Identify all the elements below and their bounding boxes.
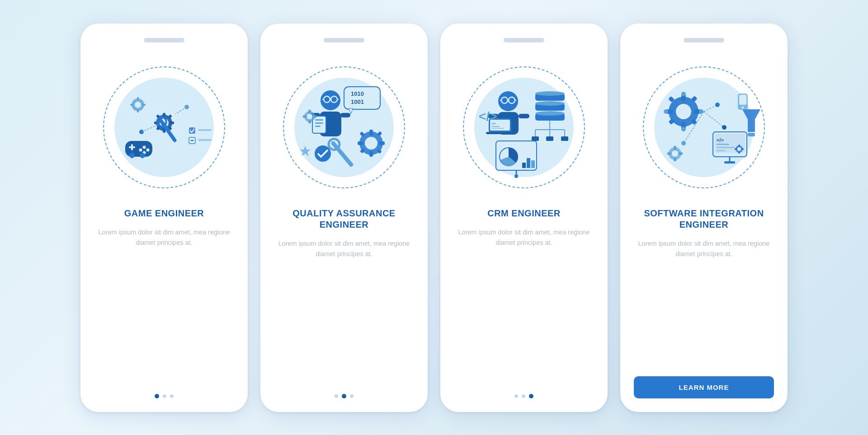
svg-rect-81: [519, 114, 529, 118]
svg-point-136: [737, 147, 741, 151]
svg-rect-149: [674, 157, 676, 161]
svg-rect-31: [198, 139, 212, 141]
svg-point-93: [535, 111, 565, 116]
svg-rect-43: [315, 126, 321, 127]
svg-rect-16: [130, 104, 133, 106]
svg-point-26: [140, 153, 145, 158]
svg-rect-131: [717, 147, 735, 148]
svg-rect-100: [546, 136, 553, 141]
crm-engineer-svg: </>: [465, 69, 583, 186]
phone-card-game-engineer: GAME ENGINEER Lorem ipsum dolor sit dim …: [80, 23, 248, 412]
svg-point-25: [129, 153, 135, 158]
svg-marker-47: [349, 108, 353, 114]
svg-rect-84: [486, 132, 514, 134]
svg-rect-130: [717, 144, 729, 145]
dots-game-engineer: [155, 394, 174, 398]
svg-point-154: [681, 141, 686, 145]
svg-point-24: [139, 148, 142, 151]
svg-marker-141: [742, 109, 760, 132]
svg-rect-86: [491, 126, 500, 127]
cards-container: GAME ENGINEER Lorem ipsum dolor sit dim …: [62, 5, 806, 430]
phone-notch: [504, 38, 544, 42]
svg-rect-20: [131, 144, 133, 150]
svg-point-22: [146, 148, 150, 151]
phone-card-qa-engineer: 1010 1001: [260, 23, 428, 412]
card-body-software-integration-engineer: Lorem ipsum dolor sit dim amet, mea regi…: [634, 239, 774, 259]
svg-point-54: [365, 137, 377, 150]
svg-rect-39: [340, 113, 350, 117]
svg-rect-70: [308, 120, 311, 123]
software-integration-engineer-svg: </>: [645, 69, 763, 186]
svg-point-152: [715, 103, 720, 107]
card-body-game-engineer: Lorem ipsum dolor sit dim amet, mea regi…: [94, 227, 234, 248]
qa-engineer-svg: 1010 1001: [285, 69, 403, 186]
phone-notch: [684, 38, 724, 42]
game-engineer-svg: [105, 69, 223, 186]
svg-rect-150: [667, 152, 671, 155]
svg-rect-134: [724, 161, 735, 164]
svg-line-124: [704, 105, 717, 112]
illustration-game-engineer: [94, 55, 234, 200]
svg-rect-58: [379, 141, 385, 145]
svg-rect-142: [748, 133, 755, 136]
svg-rect-144: [739, 95, 746, 105]
dot-1: [163, 394, 166, 398]
dot-0: [514, 394, 518, 398]
illustration-qa-engineer: 1010 1001: [274, 55, 414, 200]
svg-rect-87: [491, 128, 504, 129]
svg-point-121: [699, 109, 703, 114]
svg-marker-66: [300, 145, 311, 156]
phone-notch: [144, 38, 184, 42]
dot-2: [170, 394, 174, 398]
svg-rect-14: [137, 97, 139, 100]
dot-active: [529, 394, 533, 398]
svg-point-111: [676, 104, 691, 119]
svg-rect-5: [170, 122, 174, 124]
svg-rect-137: [738, 145, 740, 147]
svg-rect-72: [313, 115, 316, 118]
svg-text:</>: </>: [717, 137, 724, 143]
svg-point-145: [742, 106, 744, 108]
card-title-software-integration-engineer: SOFTWARE INTEGRATION ENGINEER: [634, 208, 774, 230]
dot-active: [155, 394, 159, 398]
dots-crm-engineer: [514, 394, 533, 398]
svg-point-68: [307, 114, 312, 119]
phone-card-crm-engineer: </>: [440, 23, 608, 412]
dot-1: [522, 394, 525, 398]
dot-active: [342, 394, 346, 398]
svg-rect-106: [527, 158, 530, 168]
svg-point-21: [143, 145, 146, 149]
svg-rect-99: [532, 136, 539, 141]
svg-rect-57: [358, 141, 363, 145]
dot-0: [335, 394, 338, 398]
svg-rect-140: [741, 148, 744, 150]
svg-point-13: [135, 102, 141, 108]
svg-rect-107: [531, 160, 535, 168]
svg-rect-15: [137, 109, 139, 112]
illustration-software-integration-engineer: </>: [634, 55, 774, 200]
svg-rect-151: [679, 152, 683, 155]
svg-rect-105: [522, 163, 526, 168]
svg-rect-41: [315, 119, 323, 121]
card-title-game-engineer: GAME ENGINEER: [124, 208, 204, 219]
svg-rect-101: [561, 136, 568, 141]
svg-text:1010: 1010: [351, 90, 364, 97]
dots-qa-engineer: [335, 394, 354, 398]
svg-rect-55: [369, 130, 373, 136]
svg-point-122: [681, 127, 686, 131]
svg-rect-28: [198, 129, 212, 131]
svg-point-65: [315, 145, 331, 162]
svg-line-125: [704, 112, 724, 127]
svg-text:1001: 1001: [351, 98, 364, 105]
card-body-crm-engineer: Lorem ipsum dolor sit dim amet, mea regi…: [454, 227, 594, 248]
svg-rect-148: [674, 146, 676, 150]
learn-more-button[interactable]: LEARN MORE: [634, 376, 774, 398]
svg-text:</>: </>: [479, 109, 497, 123]
svg-point-91: [535, 101, 565, 106]
illustration-crm-engineer: </>: [454, 55, 594, 200]
svg-point-89: [535, 91, 565, 96]
svg-rect-69: [308, 110, 311, 113]
card-body-qa-engineer: Lorem ipsum dolor sit dim amet, mea regi…: [274, 239, 414, 259]
svg-point-147: [672, 150, 678, 157]
svg-line-34: [142, 125, 157, 132]
